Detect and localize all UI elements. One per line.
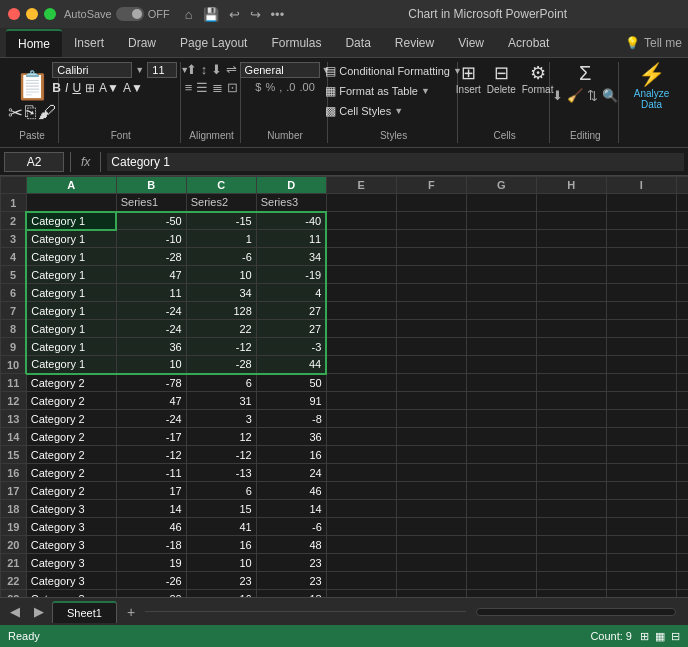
row-num-9[interactable]: 9 [1,338,27,356]
table-row[interactable] [606,428,676,446]
table-row[interactable] [536,446,606,464]
table-row[interactable] [606,410,676,428]
table-row[interactable]: Category 3 [26,536,116,554]
row-num-1[interactable]: 1 [1,194,27,212]
table-row[interactable] [396,410,466,428]
row-num-13[interactable]: 13 [1,410,27,428]
table-row[interactable]: -40 [256,212,326,230]
table-row[interactable]: Category 1 [26,248,116,266]
tab-acrobat[interactable]: Acrobat [496,30,561,56]
analyze-data-button[interactable]: ⚡ Analyze Data [629,62,674,110]
table-row[interactable]: -20 [116,590,186,598]
table-row[interactable] [396,392,466,410]
table-row[interactable] [466,464,536,482]
row-num-5[interactable]: 5 [1,266,27,284]
table-row[interactable] [676,446,688,464]
table-row[interactable]: Category 2 [26,446,116,464]
table-row[interactable]: 44 [256,356,326,374]
table-row[interactable]: 27 [256,320,326,338]
table-row[interactable] [676,410,688,428]
table-row[interactable] [676,374,688,392]
table-row[interactable]: 16 [256,446,326,464]
table-row[interactable]: 47 [116,266,186,284]
table-row[interactable]: 34 [256,248,326,266]
table-row[interactable] [326,338,396,356]
tab-data[interactable]: Data [333,30,382,56]
table-row[interactable] [396,356,466,374]
table-row[interactable]: 91 [256,392,326,410]
table-row[interactable]: -28 [116,248,186,266]
table-row[interactable] [676,572,688,590]
row-num-22[interactable]: 22 [1,572,27,590]
table-row[interactable] [606,266,676,284]
table-row[interactable] [536,230,606,248]
table-row[interactable]: 23 [186,572,256,590]
table-row[interactable]: Category 2 [26,464,116,482]
table-row[interactable] [396,500,466,518]
add-sheet-button[interactable]: + [119,600,143,624]
table-row[interactable] [326,320,396,338]
col-header-e[interactable]: E [326,177,396,194]
format-cells-button[interactable]: ⚙ Format [522,62,554,95]
maximize-button[interactable] [44,8,56,20]
table-row[interactable] [466,536,536,554]
table-row[interactable]: -11 [116,464,186,482]
table-row[interactable]: Category 3 [26,554,116,572]
table-row[interactable]: 50 [256,374,326,392]
row-num-16[interactable]: 16 [1,464,27,482]
table-row[interactable]: Category 3 [26,518,116,536]
font-size-select[interactable]: 11 [147,62,177,78]
table-row[interactable] [326,518,396,536]
table-row[interactable]: -12 [116,446,186,464]
table-row[interactable]: -6 [256,518,326,536]
col-header-b[interactable]: B [116,177,186,194]
table-row[interactable]: 1 [186,230,256,248]
table-row[interactable] [676,500,688,518]
fill-color-button[interactable]: A▼ [99,81,119,95]
table-row[interactable]: 11 [256,230,326,248]
row-num-15[interactable]: 15 [1,446,27,464]
table-row[interactable]: 10 [186,554,256,572]
row-num-14[interactable]: 14 [1,428,27,446]
table-row[interactable] [536,536,606,554]
table-row[interactable]: -26 [116,572,186,590]
underline-button[interactable]: U [72,81,81,95]
table-row[interactable] [326,446,396,464]
tab-review[interactable]: Review [383,30,446,56]
table-row[interactable] [326,302,396,320]
table-row[interactable]: -13 [186,464,256,482]
table-row[interactable]: 27 [256,302,326,320]
table-row[interactable]: 10 [186,266,256,284]
table-row[interactable] [606,320,676,338]
delete-cells-button[interactable]: ⊟ Delete [487,62,516,95]
sheet-tab-sheet1[interactable]: Sheet1 [52,601,117,623]
redo-icon[interactable]: ↪ [247,7,264,22]
paste-button[interactable]: 📋 [15,69,50,102]
table-row[interactable] [466,230,536,248]
table-row[interactable] [466,392,536,410]
table-row[interactable]: 3 [186,410,256,428]
table-row[interactable] [536,248,606,266]
table-row[interactable]: 23 [256,554,326,572]
table-row[interactable] [396,338,466,356]
wrap-text-button[interactable]: ⇌ [226,62,237,77]
table-row[interactable] [466,518,536,536]
table-row[interactable]: 16 [186,590,256,598]
table-row[interactable] [326,554,396,572]
table-row[interactable]: Series3 [256,194,326,212]
copy-icon[interactable]: ⎘ [25,102,36,124]
table-row[interactable] [536,194,606,212]
table-row[interactable] [536,302,606,320]
table-row[interactable] [536,482,606,500]
italic-button[interactable]: I [65,81,68,95]
table-row[interactable] [676,464,688,482]
table-row[interactable] [676,230,688,248]
table-row[interactable]: Category 3 [26,590,116,598]
table-row[interactable] [606,500,676,518]
table-row[interactable] [466,212,536,230]
table-row[interactable]: 47 [116,392,186,410]
table-row[interactable] [606,554,676,572]
table-row[interactable] [326,410,396,428]
table-row[interactable]: 6 [186,374,256,392]
bold-button[interactable]: B [52,81,61,95]
